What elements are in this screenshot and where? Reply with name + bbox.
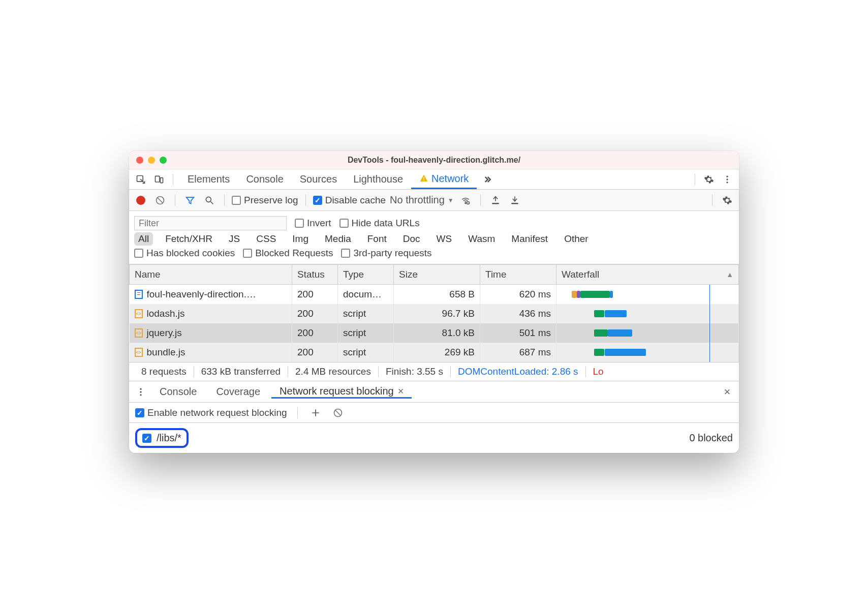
col-waterfall[interactable]: Waterfall▲	[556, 265, 739, 285]
request-type: script	[338, 343, 394, 362]
enable-blocking-label: Enable network request blocking	[147, 407, 287, 418]
request-time: 687 ms	[480, 343, 556, 362]
filter-bar: Invert Hide data URLs All Fetch/XHR JS C…	[129, 211, 739, 264]
pattern-checkbox[interactable]	[142, 434, 151, 443]
request-type: script	[338, 323, 394, 343]
kebab-menu-icon[interactable]	[720, 172, 735, 187]
network-settings-icon[interactable]	[720, 193, 735, 208]
enable-blocking-checkbox[interactable]: Enable network request blocking	[135, 407, 287, 418]
drawer-kebab-icon[interactable]	[133, 384, 148, 400]
add-pattern-icon[interactable]	[308, 405, 323, 420]
remove-all-patterns-icon[interactable]	[330, 405, 346, 420]
block-pattern-item[interactable]: /libs/*	[135, 428, 189, 448]
devtools-window: DevTools - foul-heavenly-direction.glitc…	[129, 151, 739, 453]
svg-point-14	[140, 388, 141, 389]
filter-icon[interactable]	[182, 193, 198, 208]
close-tab-icon[interactable]: ×	[398, 385, 404, 397]
svg-rect-2	[161, 177, 163, 183]
summary-load: Lo	[586, 366, 611, 377]
type-filter-other[interactable]: Other	[560, 232, 593, 246]
request-size: 81.0 kB	[394, 323, 480, 343]
type-filter-font[interactable]: Font	[363, 232, 391, 246]
drawer-close-icon[interactable]: ×	[720, 384, 735, 400]
drawer-tab-blocking[interactable]: Network request blocking ×	[271, 385, 412, 399]
type-filter-manifest[interactable]: Manifest	[507, 232, 552, 246]
chevron-down-icon: ▼	[448, 197, 454, 204]
import-har-icon[interactable]	[488, 193, 503, 208]
search-icon[interactable]	[202, 193, 217, 208]
request-size: 658 B	[394, 285, 480, 305]
blocked-count: 0 blocked	[689, 432, 733, 444]
separator	[297, 407, 298, 418]
tab-lighthouse[interactable]: Lighthouse	[345, 169, 411, 189]
col-time[interactable]: Time	[480, 265, 556, 285]
separator	[175, 195, 175, 206]
more-tabs-icon[interactable]	[480, 172, 495, 187]
script-file-icon	[135, 309, 143, 318]
svg-rect-3	[423, 177, 424, 179]
inspect-icon[interactable]	[133, 172, 148, 187]
separator	[480, 195, 481, 206]
request-status: 200	[292, 304, 338, 323]
blocked-requests-checkbox[interactable]: Blocked Requests	[243, 248, 333, 259]
col-name[interactable]: Name	[130, 265, 292, 285]
network-table: Name Status Type Size Time Waterfall▲ fo…	[129, 264, 739, 362]
request-name: foul-heavenly-direction.…	[147, 289, 256, 300]
type-filter-css[interactable]: CSS	[252, 232, 280, 246]
table-row[interactable]: jquery.js200script81.0 kB501 ms	[130, 323, 739, 343]
type-filter-ws[interactable]: WS	[432, 232, 456, 246]
table-row[interactable]: foul-heavenly-direction.…200docum…658 B6…	[130, 285, 739, 305]
type-filter-js[interactable]: JS	[225, 232, 244, 246]
drawer-tab-console[interactable]: Console	[151, 386, 205, 398]
preserve-log-checkbox[interactable]: Preserve log	[232, 195, 298, 206]
tab-network[interactable]: Network	[411, 169, 477, 189]
filter-input[interactable]	[134, 216, 287, 230]
tab-console[interactable]: Console	[238, 169, 291, 189]
disable-cache-label: Disable cache	[325, 195, 386, 206]
table-row[interactable]: lodash.js200script96.7 kB436 ms	[130, 304, 739, 323]
sort-asc-icon: ▲	[726, 270, 733, 279]
hide-data-urls-checkbox[interactable]: Hide data URLs	[339, 218, 420, 229]
type-filter-wasm[interactable]: Wasm	[464, 232, 499, 246]
type-filter-doc[interactable]: Doc	[399, 232, 424, 246]
request-type: script	[338, 304, 394, 323]
separator	[173, 174, 173, 185]
export-har-icon[interactable]	[507, 193, 522, 208]
device-toggle-icon[interactable]	[151, 172, 167, 187]
type-filter-media[interactable]: Media	[321, 232, 355, 246]
svg-point-7	[726, 182, 728, 183]
clear-icon[interactable]	[152, 193, 168, 208]
col-type[interactable]: Type	[338, 265, 394, 285]
window-title: DevTools - foul-heavenly-direction.glitc…	[129, 156, 739, 165]
type-filter-fetch[interactable]: Fetch/XHR	[161, 232, 216, 246]
third-party-checkbox[interactable]: 3rd-party requests	[341, 248, 431, 259]
svg-rect-4	[423, 179, 424, 180]
tab-sources[interactable]: Sources	[292, 169, 345, 189]
summary-finish: Finish: 3.55 s	[379, 366, 450, 377]
has-blocked-cookies-checkbox[interactable]: Has blocked cookies	[134, 248, 235, 259]
invert-checkbox[interactable]: Invert	[295, 218, 331, 229]
titlebar: DevTools - foul-heavenly-direction.glitc…	[129, 151, 739, 169]
svg-rect-1	[156, 176, 160, 182]
disable-cache-checkbox[interactable]: Disable cache	[313, 195, 386, 206]
separator	[305, 195, 306, 206]
table-row[interactable]: bundle.js200script269 kB687 ms	[130, 343, 739, 362]
col-status[interactable]: Status	[292, 265, 338, 285]
request-time: 436 ms	[480, 304, 556, 323]
type-filter-all[interactable]: All	[134, 232, 153, 246]
type-filter-img[interactable]: Img	[288, 232, 313, 246]
col-size[interactable]: Size	[394, 265, 480, 285]
network-conditions-icon[interactable]	[458, 193, 473, 208]
request-type: docum…	[338, 285, 394, 305]
throttling-select[interactable]: No throttling ▼	[390, 194, 454, 206]
separator	[712, 195, 712, 206]
script-file-icon	[135, 348, 143, 357]
settings-icon[interactable]	[701, 172, 717, 187]
summary-dcl: DOMContentLoaded: 2.86 s	[451, 366, 585, 377]
summary-transferred: 633 kB transferred	[194, 366, 288, 377]
tab-elements[interactable]: Elements	[179, 169, 238, 189]
record-button[interactable]	[133, 193, 148, 208]
throttling-value: No throttling	[390, 194, 445, 206]
request-name: bundle.js	[147, 347, 185, 358]
drawer-tab-coverage[interactable]: Coverage	[208, 386, 268, 398]
